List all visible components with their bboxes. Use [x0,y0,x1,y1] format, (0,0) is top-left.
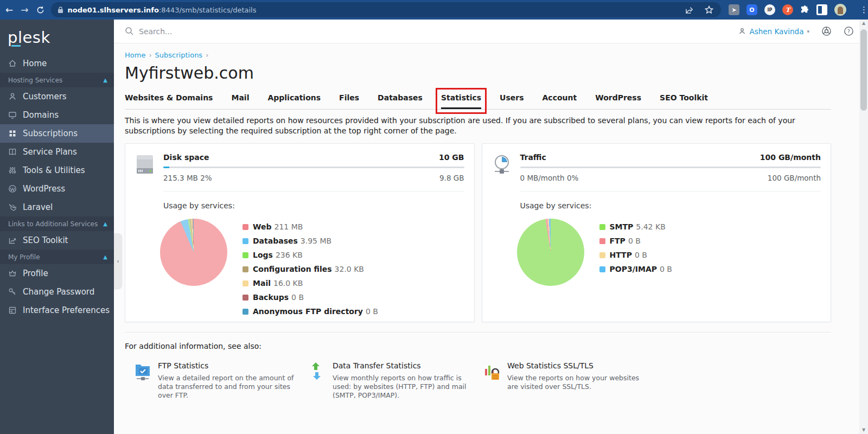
scroll-up-icon[interactable]: ▲ [859,20,868,27]
sidebar-section-additional-services[interactable]: Links to Additional Services ▲ [0,216,114,231]
lock-icon [58,7,63,14]
legend-item: POP3/IMAP0 B [599,262,672,276]
share-icon[interactable] [686,6,695,14]
sidebar-item-home[interactable]: Home [0,54,114,73]
disk-remaining: 9.8 GB [439,174,464,182]
legend-item: Configuration files32.0 KB [242,262,378,276]
sidebar-item-wordpress[interactable]: WordPress [0,180,114,198]
legend-item: Databases3.95 MB [242,234,378,248]
sidebar-item-tools-utilities[interactable]: Tools & Utilities [0,161,114,180]
legend-item: Anonymous FTP directory0 B [242,304,378,318]
legend-item: FTP0 B [599,234,672,248]
usage-by-services-label: Usage by services: [163,201,464,210]
disk-used: 215.3 MB 2% [163,174,212,182]
seo-chart-icon [8,236,17,245]
legend-item: HTTP0 B [599,248,672,262]
footer-link-desc: View monthly reports on how traffic is u… [333,374,476,400]
person-icon [8,92,17,101]
sliders-icon [8,166,17,175]
plesk-logo: plesk [0,20,114,54]
scrollbar-thumb[interactable] [860,29,867,111]
chevron-up-icon: ▲ [103,221,107,227]
address-bar[interactable]: node01.slhservers.info:8443/smb/statisti… [51,2,722,17]
page-title: Myfirstweb.com [125,63,831,82]
chevron-up-icon: ▲ [103,254,107,260]
footer-link-title[interactable]: Web Statistics SSL/TLS [507,361,651,370]
grid-icon [8,129,17,138]
sidebar-item-service-plans[interactable]: Service Plans [0,143,114,161]
help-icon[interactable]: ? [844,26,854,36]
sidebar-item-seo-toolkit[interactable]: SEO Toolkit [0,231,114,250]
sidebar: plesk Home Hosting Services ▲ Customers … [0,20,114,434]
search-input[interactable] [139,27,356,36]
user-icon [738,27,746,35]
legend-item: Web211 MB [242,220,378,234]
sidebar-item-domains[interactable]: Domains [0,106,114,124]
card-limit: 10 GB [439,153,464,162]
page-description: This is where you view detailed reports … [125,116,831,136]
traffic-remaining: 100 GB/month [768,174,821,182]
sidebar-item-laravel[interactable]: Laravel [0,198,114,216]
extension-o-icon[interactable]: O [746,4,757,15]
laravel-icon [8,203,17,212]
disk-pie-chart [160,219,227,286]
disk-legend: Web211 MB Databases3.95 MB Logs236 KB Co… [242,219,378,318]
home-icon [8,59,17,68]
legend-item: SMTP5.42 KB [599,220,672,234]
sidebar-item-subscriptions[interactable]: Subscriptions [0,124,114,143]
breadcrumb-subscriptions-link[interactable]: Subscriptions [155,51,203,59]
tab-account[interactable]: Account [542,90,577,109]
browser-forward-icon[interactable]: → [21,5,28,15]
bookmark-star-icon[interactable] [705,5,713,14]
ftp-folder-icon [135,361,151,400]
footer-link-title[interactable]: FTP Statistics [158,361,302,370]
page-scrollbar[interactable]: ▲ ▼ [859,20,868,434]
tab-users[interactable]: Users [500,90,524,109]
lifebuoy-icon[interactable] [821,26,832,36]
extension-t-icon[interactable]: T [782,4,793,15]
browser-profile-avatar[interactable] [834,4,846,16]
wordpress-icon [8,184,17,193]
chevron-down-icon: ▾ [807,29,809,34]
scroll-down-icon[interactable]: ▼ [859,426,868,434]
sidebar-item-interface-preferences[interactable]: Interface Preferences [0,301,114,320]
extension-arrow-icon[interactable]: ➤ [729,4,739,15]
crown-icon [8,269,17,278]
book-icon [8,148,17,156]
browser-back-icon[interactable]: ← [5,5,13,15]
tab-mail[interactable]: Mail [231,90,249,109]
extension-ip-icon[interactable]: IP [764,4,775,15]
tab-databases[interactable]: Databases [378,90,423,109]
traffic-used: 0 MB/month 0% [520,174,579,182]
user-menu[interactable]: Ashen Kavinda ▾ [738,27,809,36]
main-area: Ashen Kavinda ▾ ? Home › Subscriptions ›… [114,20,859,434]
browser-menu-icon[interactable]: ⋮ [860,5,868,15]
tab-seo-toolkit[interactable]: SEO Toolkit [660,90,708,109]
legend-item: Mail16.0 KB [242,276,378,290]
breadcrumb-home-link[interactable]: Home [125,51,145,59]
card-title: Traffic [520,153,546,162]
sidebar-item-profile[interactable]: Profile [0,264,114,283]
traffic-pie-chart [517,219,584,286]
sidebar-section-hosting-services[interactable]: Hosting Services ▲ [0,73,114,87]
tab-statistics[interactable]: Statistics [441,90,481,109]
footer-link-desc: View a detailed report on the amount of … [158,374,302,400]
url-text: node01.slhservers.info:8443/smb/statisti… [68,6,686,14]
data-transfer-statistics-link: Data Transfer Statistics View monthly re… [309,361,484,400]
extension-window-icon[interactable] [816,4,827,15]
tab-wordpress[interactable]: WordPress [595,90,641,109]
sidebar-item-customers[interactable]: Customers [0,87,114,106]
tab-applications[interactable]: Applications [267,90,321,109]
card-title: Disk space [163,153,209,162]
breadcrumb: Home › Subscriptions › [125,51,831,59]
table-icon [8,306,17,315]
browser-reload-icon[interactable] [36,6,44,14]
extensions-puzzle-icon[interactable] [800,5,809,15]
sidebar-section-my-profile[interactable]: My Profile ▲ [0,250,114,264]
footer-link-title[interactable]: Data Transfer Statistics [333,361,476,370]
web-statistics-ssl-link: Web Statistics SSL/TLS View the reports … [484,361,659,400]
sidebar-item-change-password[interactable]: Change Password [0,283,114,301]
tab-websites-domains[interactable]: Websites & Domains [125,90,213,109]
tab-files[interactable]: Files [339,90,359,109]
global-search[interactable] [125,27,738,36]
